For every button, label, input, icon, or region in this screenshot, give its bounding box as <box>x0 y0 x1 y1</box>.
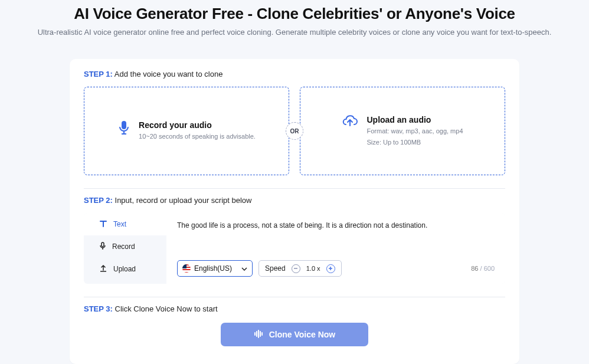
chevron-down-icon <box>241 264 247 273</box>
step1-options: Record your audio 10~20 seconds of speak… <box>84 87 505 175</box>
svg-rect-0 <box>122 121 126 129</box>
char-current: 86 <box>471 265 478 272</box>
tab-text[interactable]: Text <box>84 213 166 235</box>
separator <box>84 188 505 189</box>
step3-header: STEP 3: Click Clone Voice Now to start <box>84 304 505 313</box>
speed-value: 1.0 x <box>306 265 320 272</box>
upload-title: Upload an audio <box>367 115 463 124</box>
step2-header: STEP 2: Input, record or upload your scr… <box>84 196 505 205</box>
mic-icon <box>99 242 106 252</box>
controls-row: English(US) Speed 1.0 x <box>177 260 495 277</box>
script-text-input[interactable]: The good life is a process, not a state … <box>177 221 495 250</box>
upload-sub2: Size: Up to 100MB <box>367 138 463 147</box>
step3-text: Click Clone Voice Now to start <box>115 304 218 313</box>
upload-sub1: Format: wav, mp3, aac, ogg, mp4 <box>367 127 463 136</box>
tab-record[interactable]: Record <box>84 235 166 258</box>
page-title: AI Voice Generator Free - Clone Celebrit… <box>0 5 589 23</box>
language-label: English(US) <box>194 264 232 273</box>
svg-rect-3 <box>102 242 104 247</box>
step1-num: STEP 1: <box>84 70 113 78</box>
cta-label: Clone Voice Now <box>269 330 336 339</box>
separator-2 <box>84 297 505 297</box>
upload-cloud-icon <box>342 115 358 128</box>
microphone-icon <box>117 120 130 136</box>
step1-header: STEP 1: Add the voice you want to clone <box>84 70 505 78</box>
char-sep: / <box>478 265 483 272</box>
text-icon <box>99 219 107 229</box>
speed-increase-button[interactable] <box>326 264 335 273</box>
input-tabs: Text Record Upload <box>84 213 166 284</box>
tab-text-label: Text <box>113 220 126 228</box>
record-sub: 10~20 seconds of speaking is advisable. <box>139 132 256 141</box>
tab-upload-label: Upload <box>113 265 136 273</box>
tab-upload[interactable]: Upload <box>84 258 166 280</box>
record-audio-box[interactable]: Record your audio 10~20 seconds of speak… <box>84 87 289 175</box>
tab-record-label: Record <box>112 242 135 251</box>
main-card: STEP 1: Add the voice you want to clone <box>70 59 519 364</box>
step2-num: STEP 2: <box>84 196 113 205</box>
speed-control: Speed 1.0 x <box>258 260 342 277</box>
flag-us-icon <box>182 264 191 273</box>
char-max: 600 <box>484 265 495 272</box>
record-title: Record your audio <box>139 120 256 130</box>
step2-text: Input, record or upload your script belo… <box>115 196 252 205</box>
clone-voice-button[interactable]: Clone Voice Now <box>221 323 368 346</box>
language-select[interactable]: English(US) <box>177 260 253 277</box>
script-panel: Text Record Upload The good life is a pr… <box>84 213 505 284</box>
tab-content: The good life is a process, not a state … <box>166 213 505 284</box>
speed-label: Speed <box>265 264 286 273</box>
or-badge: OR <box>286 122 303 140</box>
page-subtitle: Ultra-realistic AI voice generator onlin… <box>0 28 589 37</box>
step1-text: Add the voice you want to clone <box>114 70 223 78</box>
upload-audio-box[interactable]: Upload an audio Format: wav, mp3, aac, o… <box>300 87 505 175</box>
speed-decrease-button[interactable] <box>292 264 300 273</box>
upload-icon <box>99 264 107 274</box>
waveform-icon <box>254 330 263 340</box>
char-count: 86 / 600 <box>471 265 495 272</box>
step3-num: STEP 3: <box>84 304 113 313</box>
